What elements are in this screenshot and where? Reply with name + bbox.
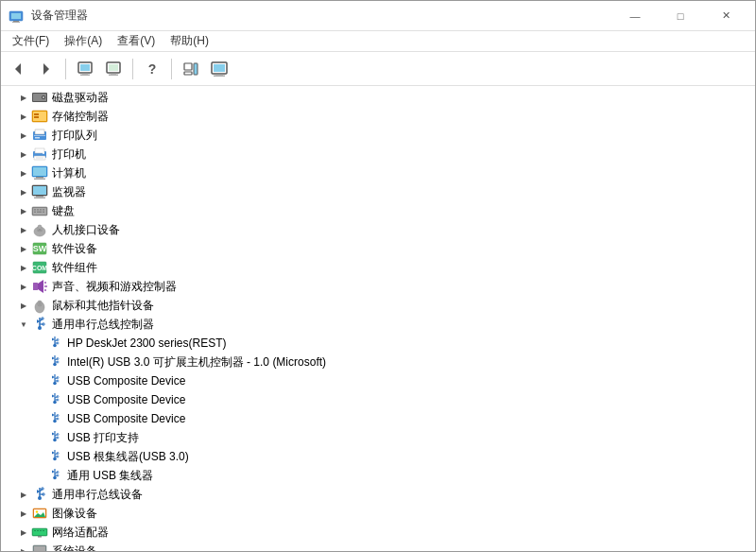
tree-item-computer[interactable]: 计算机 bbox=[1, 164, 755, 182]
menu-view[interactable]: 查看(V) bbox=[110, 31, 163, 51]
toggle-hid[interactable] bbox=[16, 220, 31, 239]
tree-item-keyboard[interactable]: 键盘 bbox=[1, 201, 755, 220]
device-view-button[interactable] bbox=[72, 56, 98, 82]
device-tree[interactable]: 磁盘驱动器 存储控制器 打印队列 bbox=[1, 86, 755, 551]
hp-deskjet-label: HP DeskJet 2300 series(REST) bbox=[67, 336, 227, 350]
svg-point-82 bbox=[53, 382, 57, 386]
tree-item-system[interactable]: 系统设备 bbox=[1, 542, 755, 551]
tree-item-intel-usb3[interactable]: Intel(R) USB 3.0 可扩展主机控制器 - 1.0 (Microso… bbox=[1, 353, 755, 371]
svg-rect-41 bbox=[36, 177, 43, 179]
close-button[interactable]: ✕ bbox=[704, 1, 747, 31]
scan-button[interactable] bbox=[178, 56, 204, 82]
usb-composite-3-label: USB Composite Device bbox=[67, 412, 185, 425]
svg-point-38 bbox=[43, 152, 44, 154]
toggle-network[interactable] bbox=[16, 523, 31, 542]
computer-icon bbox=[211, 60, 228, 78]
toggle-disk[interactable] bbox=[16, 88, 31, 107]
menu-help[interactable]: 帮助(H) bbox=[163, 31, 216, 51]
title-controls: — □ ✕ bbox=[613, 1, 747, 31]
tree-item-monitor[interactable]: 监视器 bbox=[1, 182, 755, 201]
tree-item-usb-composite-3[interactable]: USB Composite Device bbox=[1, 409, 755, 428]
tree-item-usb-print[interactable]: USB 打印支持 bbox=[1, 428, 755, 447]
svg-rect-15 bbox=[184, 63, 192, 70]
tree-item-software-device[interactable]: SW 软件设备 bbox=[1, 239, 755, 258]
toggle-usb-serial[interactable] bbox=[16, 485, 31, 504]
help-button[interactable]: ? bbox=[139, 56, 165, 82]
svg-point-76 bbox=[53, 344, 57, 348]
svg-point-60 bbox=[39, 229, 41, 231]
maximize-button[interactable]: □ bbox=[659, 1, 702, 31]
toggle-image[interactable] bbox=[16, 504, 31, 523]
tree-item-network[interactable]: 网络适配器 bbox=[1, 523, 755, 542]
tree-item-disk[interactable]: 磁盘驱动器 bbox=[1, 88, 755, 107]
svg-point-25 bbox=[43, 96, 44, 98]
minimize-button[interactable]: — bbox=[613, 1, 657, 31]
software-device-icon: SW bbox=[31, 240, 48, 257]
resources-button[interactable] bbox=[100, 56, 127, 82]
toggle-usb-controller[interactable] bbox=[16, 315, 31, 334]
toggle-software-component[interactable] bbox=[16, 258, 31, 277]
svg-point-105 bbox=[36, 510, 38, 512]
svg-marker-66 bbox=[38, 280, 43, 293]
tree-item-storage[interactable]: 存储控制器 bbox=[1, 107, 755, 126]
svg-point-79 bbox=[53, 363, 57, 367]
tree-item-image[interactable]: 图像设备 bbox=[1, 504, 755, 523]
toggle-keyboard[interactable] bbox=[16, 201, 31, 220]
usb-hub-generic-label: 通用 USB 集线器 bbox=[67, 468, 153, 484]
mouse-label: 鼠标和其他指针设备 bbox=[52, 298, 154, 314]
printer-icon bbox=[31, 146, 48, 163]
toggle-storage[interactable] bbox=[16, 107, 31, 126]
tree-item-hid[interactable]: 人机接口设备 bbox=[1, 220, 755, 239]
toggle-system[interactable] bbox=[16, 542, 31, 551]
toggle-software-device[interactable] bbox=[16, 239, 31, 258]
toolbar-separator-2 bbox=[132, 59, 133, 79]
network-label: 网络适配器 bbox=[52, 525, 109, 541]
tree-item-software-component[interactable]: COM 软件组件 bbox=[1, 258, 755, 277]
svg-rect-42 bbox=[34, 179, 45, 181]
menu-action[interactable]: 操作(A) bbox=[57, 31, 110, 51]
tree-item-print-queue[interactable]: 打印队列 bbox=[1, 126, 755, 145]
forward-icon bbox=[38, 60, 55, 78]
toggle-audio[interactable] bbox=[16, 277, 31, 296]
toggle-print-queue[interactable] bbox=[16, 126, 31, 145]
computer-button[interactable] bbox=[206, 56, 232, 82]
tree-item-hp-deskjet[interactable]: HP DeskJet 2300 series(REST) bbox=[1, 334, 755, 353]
tree-item-printer[interactable]: 打印机 bbox=[1, 145, 755, 164]
svg-rect-19 bbox=[214, 64, 225, 72]
back-button[interactable] bbox=[5, 56, 31, 82]
monitor-icon bbox=[31, 183, 48, 200]
tree-item-audio[interactable]: 声音、视频和游戏控制器 bbox=[1, 277, 755, 296]
usb-composite-1-label: USB Composite Device bbox=[67, 374, 185, 388]
content-area: 磁盘驱动器 存储控制器 打印队列 bbox=[1, 86, 755, 551]
toggle-printer[interactable] bbox=[16, 145, 31, 164]
svg-rect-55 bbox=[43, 212, 44, 214]
tree-item-mouse[interactable]: 鼠标和其他指针设备 bbox=[1, 296, 755, 315]
svg-rect-13 bbox=[109, 74, 118, 76]
tree-item-usb-serial[interactable]: 通用串行总线设备 bbox=[1, 485, 755, 504]
svg-point-94 bbox=[53, 457, 57, 461]
svg-rect-12 bbox=[111, 73, 116, 75]
tree-item-usb-composite-2[interactable]: USB Composite Device bbox=[1, 390, 755, 409]
toggle-monitor[interactable] bbox=[16, 182, 31, 201]
menu-file[interactable]: 文件(F) bbox=[5, 31, 57, 51]
svg-point-97 bbox=[53, 476, 57, 480]
usb-composite-2-icon bbox=[46, 391, 63, 408]
hp-deskjet-icon bbox=[46, 335, 63, 352]
tree-item-usb-controller[interactable]: 通用串行总线控制器 bbox=[1, 315, 755, 334]
scan-icon bbox=[182, 60, 199, 78]
toggle-mouse[interactable] bbox=[16, 296, 31, 315]
svg-rect-33 bbox=[35, 137, 40, 139]
forward-button[interactable] bbox=[33, 56, 60, 82]
tree-item-usb-hub[interactable]: USB 根集线器(USB 3.0) bbox=[1, 447, 755, 466]
device-view-icon bbox=[77, 60, 94, 78]
software-device-label: 软件设备 bbox=[52, 241, 97, 257]
toolbar: ? bbox=[1, 52, 755, 86]
tree-item-usb-hub-generic[interactable]: 通用 USB 集线器 bbox=[1, 466, 755, 485]
toggle-computer[interactable] bbox=[16, 164, 31, 182]
system-label: 系统设备 bbox=[52, 543, 97, 552]
tree-item-usb-composite-1[interactable]: USB Composite Device bbox=[1, 371, 755, 390]
svg-rect-49 bbox=[34, 209, 36, 211]
svg-rect-16 bbox=[184, 72, 192, 75]
svg-point-100 bbox=[38, 496, 42, 500]
resources-icon bbox=[105, 60, 122, 78]
